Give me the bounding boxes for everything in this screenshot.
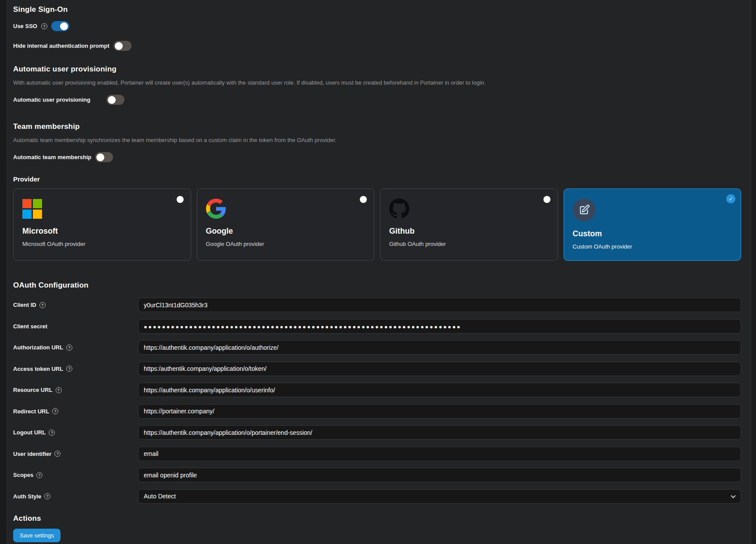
help-icon[interactable]: ? xyxy=(56,387,62,393)
client-secret-input[interactable] xyxy=(138,319,741,334)
toggle-knob xyxy=(108,96,116,104)
access-token-url-input[interactable] xyxy=(138,362,741,376)
field-label-text: Resource URL xyxy=(13,387,53,393)
form-row-auth-style: Auth Style ? xyxy=(13,489,741,504)
client-secret-label: Client secret xyxy=(13,323,138,330)
form-row-client-id: Client ID ? xyxy=(13,298,741,312)
provider-card-github[interactable]: Github Github OAuth provider xyxy=(380,188,558,261)
provider-card-custom[interactable]: ✓ Custom Custom OAuth provider xyxy=(564,188,742,261)
help-icon[interactable]: ? xyxy=(36,472,43,478)
scopes-input[interactable] xyxy=(138,468,741,482)
auth-style-select[interactable] xyxy=(138,489,741,504)
authorization-url-label: Authorization URL ? xyxy=(13,344,138,351)
actions-section-title: Actions xyxy=(13,514,741,523)
radio-icon[interactable] xyxy=(543,196,550,203)
oauth-form: Client ID ? Client secret Authorization … xyxy=(13,298,741,504)
provider-card-description: Custom OAuth provider xyxy=(573,243,732,250)
hide-prompt-label: Hide internal authentication prompt xyxy=(13,43,110,49)
logout-url-input[interactable] xyxy=(138,425,741,440)
radio-icon[interactable] xyxy=(177,196,184,203)
provider-card-title: Google xyxy=(206,227,366,236)
logout-url-label: Logout URL ? xyxy=(13,429,138,436)
auth-style-value[interactable] xyxy=(138,489,741,504)
help-icon[interactable]: ? xyxy=(44,493,50,499)
redirect-url-label: Redirect URL ? xyxy=(13,408,138,415)
help-icon[interactable]: ? xyxy=(41,23,47,29)
google-logo xyxy=(206,198,366,220)
auth-style-label: Auth Style ? xyxy=(13,493,138,500)
help-icon[interactable]: ? xyxy=(49,430,55,436)
sso-section-title: Single Sign-On xyxy=(13,5,741,14)
use-sso-toggle[interactable] xyxy=(51,21,69,31)
check-icon: ✓ xyxy=(726,194,735,203)
form-row-user-identifier: User identifier ? xyxy=(13,447,741,461)
help-icon[interactable]: ? xyxy=(66,345,72,351)
provider-card-google[interactable]: Google Google OAuth provider xyxy=(197,188,375,261)
form-row-logout-url: Logout URL ? xyxy=(13,425,741,440)
toggle-knob xyxy=(96,153,104,161)
resource-url-input[interactable] xyxy=(138,383,741,397)
provider-card-description: Microsoft OAuth provider xyxy=(22,241,182,247)
provisioning-section-title: Automatic user provisioning xyxy=(13,65,741,74)
client-id-input[interactable] xyxy=(138,298,741,312)
team-toggle[interactable] xyxy=(95,152,113,162)
scopes-label: Scopes ? xyxy=(13,472,138,478)
provider-card-microsoft[interactable]: Microsoft Microsoft OAuth provider xyxy=(13,188,191,261)
provider-card-title: Github xyxy=(389,227,549,236)
team-section-title: Team membership xyxy=(13,122,741,131)
user-identifier-label: User identifier ? xyxy=(13,451,138,457)
field-label-text: Redirect URL xyxy=(13,408,49,415)
save-settings-button[interactable]: Save settings xyxy=(13,529,60,542)
client-id-label: Client ID ? xyxy=(13,302,138,308)
team-row: Automatic team membership xyxy=(13,152,741,162)
help-icon[interactable]: ? xyxy=(54,451,60,457)
provider-card-description: Github OAuth provider xyxy=(389,241,549,247)
user-identifier-input[interactable] xyxy=(138,447,741,461)
toggle-knob xyxy=(60,22,68,30)
access-token-url-label: Access token URL ? xyxy=(13,366,138,372)
hide-prompt-toggle[interactable] xyxy=(114,41,131,51)
edit-icon xyxy=(573,198,732,222)
field-label-text: User identifier xyxy=(13,451,51,457)
field-label-text: Access token URL xyxy=(13,366,63,372)
field-label-text: Client secret xyxy=(13,323,47,330)
provider-cards: Microsoft Microsoft OAuth provider Googl… xyxy=(13,188,741,261)
provider-card-title: Microsoft xyxy=(22,227,182,236)
authorization-url-input[interactable] xyxy=(138,340,741,355)
radio-icon[interactable] xyxy=(360,196,367,203)
team-label: Automatic team membership xyxy=(13,154,91,160)
field-label-text: Scopes xyxy=(13,472,33,478)
form-row-scopes: Scopes ? xyxy=(13,468,741,482)
use-sso-label: Use SSO xyxy=(13,23,37,29)
use-sso-row: Use SSO ? xyxy=(13,21,741,31)
toggle-knob xyxy=(115,42,123,50)
redirect-url-input[interactable] xyxy=(138,404,741,419)
provider-card-description: Google OAuth provider xyxy=(206,241,366,247)
field-label-text: Logout URL xyxy=(13,429,46,436)
help-icon[interactable]: ? xyxy=(39,302,46,308)
field-label-text: Auth Style xyxy=(13,493,41,500)
field-label-text: Client ID xyxy=(13,302,36,308)
github-logo xyxy=(389,198,549,220)
field-label-text: Authorization URL xyxy=(13,344,63,351)
oauth-settings-panel: Single Sign-On Use SSO ? Hide internal a… xyxy=(7,0,751,544)
provisioning-toggle[interactable] xyxy=(106,95,124,105)
form-row-resource-url: Resource URL ? xyxy=(13,383,741,397)
form-row-redirect-url: Redirect URL ? xyxy=(13,404,741,419)
microsoft-logo xyxy=(22,198,182,220)
provider-label: Provider xyxy=(13,175,741,183)
provisioning-label: Automatic user provisioning xyxy=(13,96,90,103)
oauth-section-title: OAuth Configuration xyxy=(13,281,741,290)
help-icon[interactable]: ? xyxy=(66,366,72,372)
provisioning-description: With automatic user provisioning enabled… xyxy=(13,79,741,86)
form-row-authorization-url: Authorization URL ? xyxy=(13,340,741,355)
provisioning-row: Automatic user provisioning xyxy=(13,95,741,105)
team-description: Automatic team membership synchronizes t… xyxy=(13,137,741,143)
help-icon[interactable]: ? xyxy=(52,408,58,414)
resource-url-label: Resource URL ? xyxy=(13,387,138,393)
provider-card-title: Custom xyxy=(573,229,732,238)
form-row-client-secret: Client secret xyxy=(13,319,741,334)
form-row-access-token-url: Access token URL ? xyxy=(13,362,741,376)
hide-prompt-row: Hide internal authentication prompt xyxy=(13,41,741,51)
